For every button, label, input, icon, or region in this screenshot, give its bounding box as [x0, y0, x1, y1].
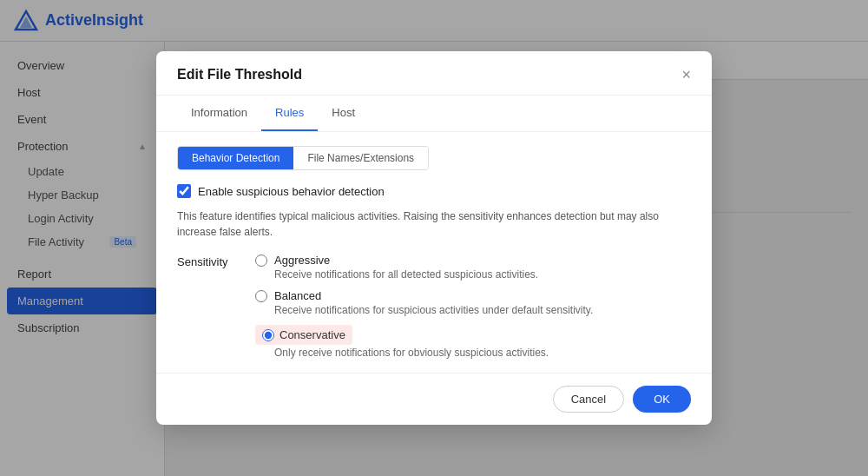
inner-tabs: Behavior Detection File Names/Extensions [177, 146, 429, 170]
modal-header: Edit File Threshold × [156, 51, 712, 96]
enable-checkbox-row: Enable suspicious behavior detection [177, 184, 691, 198]
inner-tab-file-names[interactable]: File Names/Extensions [293, 147, 428, 169]
modal-footer: Cancel OK [156, 373, 712, 425]
sensitivity-section: Sensitivity Aggressive Receive notificat… [177, 254, 691, 359]
ok-button[interactable]: OK [633, 386, 691, 413]
modal-close-button[interactable]: × [681, 67, 691, 83]
feature-description: This feature identifies typical maliciou… [177, 208, 691, 240]
conservative-desc: Only receive notifications for obviously… [255, 347, 691, 359]
balanced-label: Balanced [274, 289, 321, 302]
modal-tabs: Information Rules Host [156, 96, 712, 132]
conservative-radio-row: Conservative [255, 325, 691, 345]
aggressive-desc: Receive notifications for all detected s… [255, 268, 691, 281]
modal-body: Behavior Detection File Names/Extensions… [156, 132, 712, 373]
modal-overlay: Edit File Threshold × Information Rules … [0, 0, 868, 476]
sensitivity-label: Sensitivity [177, 254, 255, 359]
enable-checkbox[interactable] [177, 184, 191, 198]
balanced-desc: Receive notifications for suspicious act… [255, 304, 691, 316]
modal-tab-rules[interactable]: Rules [261, 96, 318, 131]
radio-option-balanced: Balanced Receive notifications for suspi… [255, 289, 691, 316]
balanced-radio-row: Balanced [255, 289, 691, 302]
enable-checkbox-label: Enable suspicious behavior detection [198, 185, 385, 198]
radio-conservative[interactable] [262, 329, 274, 341]
radio-aggressive[interactable] [255, 255, 267, 267]
modal-tab-host[interactable]: Host [318, 96, 369, 131]
cancel-button[interactable]: Cancel [553, 386, 624, 413]
aggressive-label: Aggressive [274, 254, 330, 267]
conservative-label: Conservative [279, 328, 345, 341]
radio-option-aggressive: Aggressive Receive notifications for all… [255, 254, 691, 281]
radio-balanced[interactable] [255, 290, 267, 302]
conservative-highlight: Conservative [255, 325, 352, 345]
modal: Edit File Threshold × Information Rules … [156, 51, 712, 425]
radio-option-conservative: Conservative Only receive notifications … [255, 325, 691, 359]
modal-title: Edit File Threshold [177, 67, 302, 83]
aggressive-radio-row: Aggressive [255, 254, 691, 267]
modal-tab-information[interactable]: Information [177, 96, 261, 131]
inner-tab-behavior-detection[interactable]: Behavior Detection [178, 147, 293, 169]
sensitivity-options: Aggressive Receive notifications for all… [255, 254, 691, 359]
